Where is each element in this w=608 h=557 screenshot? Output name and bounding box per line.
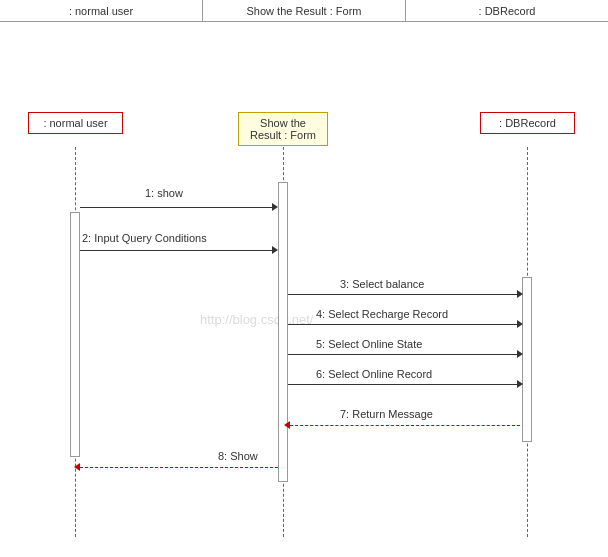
lifeline-box-dbrecord: : DBRecord: [480, 112, 575, 134]
message-2-label: 2: Input Query Conditions: [82, 232, 207, 244]
message-7-arrowhead: [284, 421, 290, 429]
activation-form: [278, 182, 288, 482]
message-7-label: 7: Return Message: [340, 408, 433, 420]
message-4-line: [288, 324, 520, 325]
top-bar-normal-user: : normal user: [0, 0, 203, 21]
message-2-arrowhead: [272, 246, 278, 254]
message-6-line: [288, 384, 520, 385]
message-4-label: 4: Select Recharge Record: [316, 308, 448, 320]
message-2-line: [80, 250, 275, 251]
lifeline-box-normal-user: : normal user: [28, 112, 123, 134]
message-1-label: 1: show: [145, 187, 183, 199]
activation-normal-user: [70, 212, 80, 457]
message-5-line: [288, 354, 520, 355]
message-8-label: 8: Show: [218, 450, 258, 462]
message-5-arrowhead: [517, 350, 523, 358]
message-7-line: [290, 425, 520, 426]
message-4-arrowhead: [517, 320, 523, 328]
lifeline-box-form: Show theResult : Form: [238, 112, 328, 146]
message-6-arrowhead: [517, 380, 523, 388]
activation-dbrecord: [522, 277, 532, 442]
top-bar-form: Show the Result : Form: [203, 0, 406, 21]
message-8-line: [80, 467, 278, 468]
message-5-label: 5: Select Online State: [316, 338, 422, 350]
message-3-line: [288, 294, 520, 295]
message-1-arrowhead: [272, 203, 278, 211]
sequence-diagram: http://blog.csdn.net/ : normal user Show…: [0, 22, 608, 557]
message-3-arrowhead: [517, 290, 523, 298]
top-bar-dbrecord: : DBRecord: [406, 0, 608, 21]
message-6-label: 6: Select Online Record: [316, 368, 432, 380]
message-1-line: [80, 207, 275, 208]
message-8-arrowhead: [74, 463, 80, 471]
top-bar: : normal user Show the Result : Form : D…: [0, 0, 608, 22]
message-3-label: 3: Select balance: [340, 278, 424, 290]
